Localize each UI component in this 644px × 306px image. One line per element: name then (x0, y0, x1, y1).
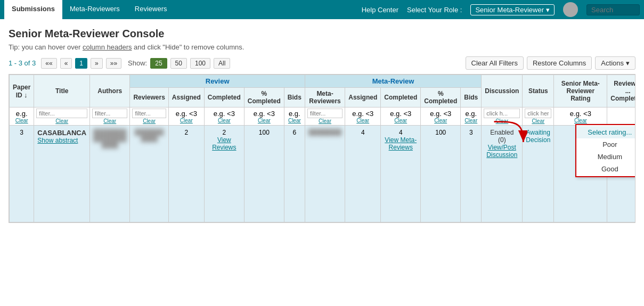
show-abstract-link[interactable]: Show abstract (37, 137, 86, 144)
filter-meta-reviewers-input[interactable] (307, 109, 343, 118)
show-100-button[interactable]: 100 (190, 58, 210, 69)
toolbar: 1 - 3 of 3 «« « 1 » »» Show: 25 50 100 A… (9, 56, 635, 70)
group-header-review: Review (130, 75, 305, 88)
tab-meta-reviewers[interactable]: Meta-Reviewers (62, 0, 127, 19)
col-header-meta-reviewers: Meta-Reviewers (305, 88, 345, 107)
filter-meta-reviewers: Clear (305, 107, 345, 126)
show-50-button[interactable]: 50 (170, 58, 187, 69)
view-reviews-link[interactable]: View Reviews (212, 136, 236, 151)
filter-pct-review: e.g. <3 Clear (244, 107, 284, 126)
cell-paper-id: 3 (10, 126, 34, 222)
cell-smr-rating: Select rating... Poor Medium Good (554, 126, 607, 222)
col-header-bids-review: Bids (284, 88, 305, 107)
show-all-button[interactable]: All (214, 58, 230, 69)
clear-filters-button[interactable]: Clear All Filters (466, 56, 524, 70)
filter-title-input[interactable] (36, 109, 87, 118)
filter-title: Clear (34, 107, 90, 126)
top-navigation: Submissions Meta-Reviewers Reviewers Hel… (0, 0, 644, 19)
filter-bids-meta: e.g. Clear (461, 107, 482, 126)
pagination-info: 1 - 3 of 3 (9, 59, 36, 67)
tab-reviewers[interactable]: Reviewers (127, 0, 175, 19)
select-role-label: Select Your Role : (407, 6, 462, 14)
filter-row: e.g. Clear Clear Clear Clear (10, 107, 636, 126)
col-header-bids-meta: Bids (461, 88, 482, 107)
tab-submissions[interactable]: Submissions (4, 0, 62, 19)
column-headers-text: column headers (83, 43, 132, 51)
group-header-meta-review: Meta-Review (305, 75, 481, 88)
col-header-assigned: Assigned (168, 88, 204, 107)
rating-option-poor[interactable]: Poor (576, 138, 635, 151)
show-25-button[interactable]: 25 (150, 58, 167, 69)
pag-next-button[interactable]: » (91, 58, 103, 69)
pag-last-button[interactable]: »» (106, 58, 121, 69)
col-header-assigned-meta: Assigned (345, 88, 381, 107)
chevron-down-icon: ▾ (626, 59, 630, 67)
arrow-icon (490, 119, 527, 148)
cell-reviewers: ███████████ (130, 126, 168, 222)
role-button[interactable]: Senior Meta-Reviewer ▾ (470, 4, 555, 15)
cell-pct-review: 100 (244, 126, 284, 222)
rating-option-medium[interactable]: Medium (576, 151, 635, 163)
filter-paper-id: e.g. Clear (10, 107, 34, 126)
pag-first-button[interactable]: «« (41, 58, 56, 69)
col-header-review-p: Review P...Complete... (607, 75, 635, 107)
filter-status-input[interactable] (525, 109, 551, 118)
cell-assigned: 2 (168, 126, 204, 222)
view-meta-reviews-link[interactable]: View Meta-Reviews (385, 136, 417, 151)
filter-smr-rating: e.g. <3 Clear (554, 107, 607, 126)
meta-reviewers-blurred: ████████ (308, 129, 341, 135)
pag-prev-button[interactable]: « (60, 58, 72, 69)
filter-discussion-input[interactable] (484, 109, 520, 118)
nav-right: Help Center Select Your Role : Senior Me… (362, 2, 640, 17)
page-title: Senior Meta-Reviewer Console (9, 28, 635, 40)
sort-icon: ↓ (24, 91, 28, 99)
show-label: Show: (128, 59, 147, 67)
avatar (563, 2, 578, 17)
reviewers-blurred: ███████████ (133, 129, 165, 142)
col-header-title: Title (34, 75, 90, 107)
search-input[interactable] (586, 4, 640, 15)
cell-bids-meta: 3 (461, 126, 482, 222)
cell-authors: ████████████████████ (90, 126, 130, 222)
filter-authors-input[interactable] (92, 109, 127, 118)
pag-page-button[interactable]: 1 (75, 58, 87, 69)
col-header-status: Status (523, 75, 554, 107)
cell-meta-reviewers: ████████ (305, 126, 345, 222)
col-header-pct-meta: %Completed (421, 88, 461, 107)
restore-columns-button[interactable]: Restore Columns (527, 56, 592, 70)
rating-option-good[interactable]: Good (576, 163, 635, 175)
filter-reviewers: Clear (130, 107, 168, 126)
filter-completed-meta: e.g. <3 Clear (381, 107, 421, 126)
cell-completed-review: 2 View Reviews (204, 126, 244, 222)
rating-option-select[interactable]: Select rating... (576, 126, 635, 138)
filter-authors: Clear (90, 107, 130, 126)
filter-assigned: e.g. <3 Clear (168, 107, 204, 126)
filter-bids-review: e.g. Clear (284, 107, 305, 126)
actions-button[interactable]: Actions ▾ (595, 56, 635, 70)
col-header-pct-review: %Completed (244, 88, 284, 107)
col-header-paper-id: Paper ID ↓ (10, 75, 34, 107)
cell-assigned-meta: 4 (345, 126, 381, 222)
col-header-completed-meta: Completed (381, 88, 421, 107)
actions-label: Actions (601, 59, 624, 67)
cell-pct-meta: 100 (421, 126, 461, 222)
filter-assigned-meta: e.g. <3 Clear (345, 107, 381, 126)
table-row: 3 CASABLANCA Show abstract █████████████… (10, 126, 636, 222)
rating-dropdown: Select rating... Poor Medium Good (575, 124, 635, 177)
cell-bids-review: 6 (284, 126, 305, 222)
col-header-completed-review: Completed (204, 88, 244, 107)
help-center-link[interactable]: Help Center (362, 6, 398, 14)
submissions-table: Paper ID ↓ Title Authors Review Meta-Rev… (9, 74, 635, 223)
cell-title: CASABLANCA Show abstract (34, 126, 90, 222)
chevron-down-icon: ▾ (546, 6, 550, 14)
nav-tabs: Submissions Meta-Reviewers Reviewers (4, 0, 175, 19)
awaiting-decision-text: Awaiting Decision (526, 129, 550, 144)
page-content: Senior Meta-Reviewer Console Tip: you ca… (0, 19, 644, 223)
cell-completed-meta: 4 View Meta-Reviews (381, 126, 421, 222)
col-header-discussion: Discussion (482, 75, 523, 107)
filter-reviewers-input[interactable] (132, 109, 166, 118)
authors-blurred: ████████████████████ (93, 129, 126, 148)
filter-pct-meta: e.g. <3 Clear (421, 107, 461, 126)
tip-text: Tip: you can hover over column headers a… (9, 43, 635, 51)
paper-title: CASABLANCA (37, 129, 86, 137)
